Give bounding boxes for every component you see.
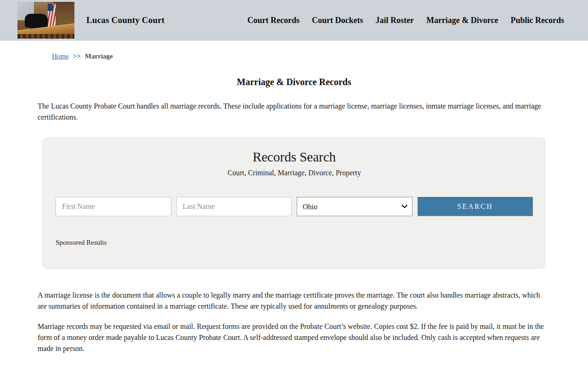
main-nav: Court Records Court Dockets Jail Roster …: [247, 16, 564, 25]
breadcrumb: Home>>Marriage: [52, 52, 588, 60]
records-search-panel: Records Search Court, Criminal, Marriage…: [43, 138, 545, 269]
search-button[interactable]: SEARCH: [418, 197, 533, 216]
logo-rail-detail: [17, 34, 74, 39]
page-content-lower: A marriage license is the document that …: [38, 290, 550, 354]
breadcrumb-home-link[interactable]: Home: [52, 52, 69, 60]
records-search-title: Records Search: [56, 150, 533, 165]
breadcrumb-separator: >>: [73, 52, 81, 60]
intro-paragraph: The Lucas County Probate Court handles a…: [38, 101, 550, 123]
search-form-row: Ohio SEARCH: [56, 197, 533, 216]
sponsored-results-label: Sponsored Results: [56, 239, 533, 247]
breadcrumb-current: Marriage: [85, 52, 113, 60]
nav-marriage-divorce[interactable]: Marriage & Divorce: [426, 16, 498, 25]
license-paragraph: A marriage license is the document that …: [38, 290, 550, 312]
courtroom-logo-image[interactable]: [17, 2, 74, 39]
page-content: The Lucas County Probate Court handles a…: [38, 101, 550, 123]
page-title: Marriage & Divorce Records: [0, 77, 588, 87]
site-title: Lucas County Court: [86, 15, 164, 25]
last-name-input[interactable]: [176, 197, 292, 216]
request-paragraph: Marriage records may be requested via em…: [38, 321, 550, 354]
records-search-subtitle: Court, Criminal, Marriage, Divorce, Prop…: [56, 169, 533, 177]
logo-judge-chair-detail: [25, 14, 48, 28]
nav-public-records[interactable]: Public Records: [511, 16, 565, 25]
site-header: Lucas County Court Court Records Court D…: [0, 0, 588, 41]
state-select[interactable]: Ohio: [297, 197, 412, 216]
nav-jail-roster[interactable]: Jail Roster: [375, 16, 413, 25]
flag-canton-detail: [48, 4, 53, 11]
nav-court-records[interactable]: Court Records: [247, 16, 299, 25]
nav-court-dockets[interactable]: Court Dockets: [312, 16, 363, 25]
state-select-wrap: Ohio: [297, 197, 412, 216]
logo-wood-panel-detail: [53, 2, 74, 23]
first-name-input[interactable]: [56, 197, 171, 216]
